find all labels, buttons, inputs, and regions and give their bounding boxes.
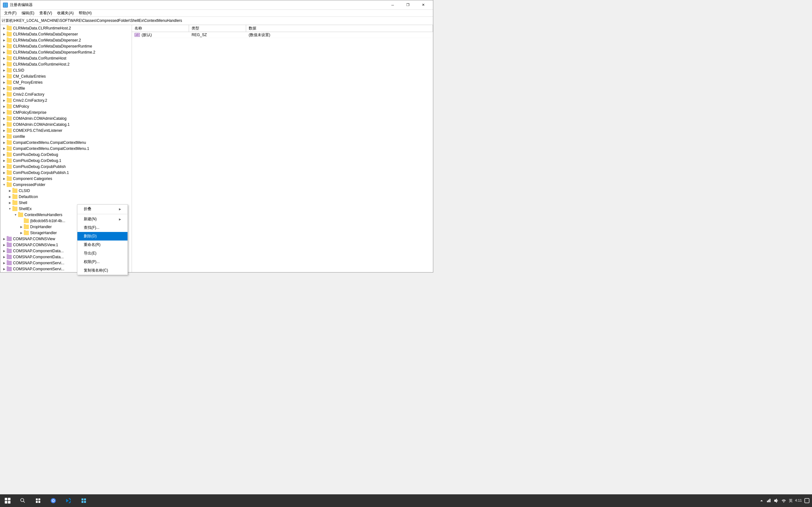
- tree-item[interactable]: ▶ ComPlusDebug.CorpubPublish: [0, 164, 132, 170]
- tree-label: CM_CellularEntries: [13, 74, 46, 78]
- menu-edit[interactable]: 编辑(E): [19, 10, 37, 16]
- menu-favorites[interactable]: 收藏夹(A): [55, 10, 76, 16]
- tree-item[interactable]: ▶ CM_ProxyEntries: [0, 79, 132, 85]
- tree-item[interactable]: ▶ COMEXPS.CTrkEvntListener: [0, 127, 132, 133]
- col-header-data[interactable]: 数据: [246, 25, 433, 32]
- expand-arrow: ▶: [19, 224, 24, 229]
- context-menu-item-export[interactable]: 导出(E): [78, 249, 128, 258]
- context-menu-item-permissions[interactable]: 权限(P)...: [78, 258, 128, 266]
- tree-item[interactable]: ▶ COMAdmin.COMAdminCatalog.1: [0, 121, 132, 127]
- context-menu-item-new[interactable]: 新建(N) ▶: [78, 215, 128, 223]
- tree-item[interactable]: ▶ ComPlusDebug.CorDebug.1: [0, 158, 132, 164]
- tree-label: DefaultIcon: [19, 194, 38, 199]
- main-content: ▶ CLRMetaData.CLRRuntimeHost.2 ▶ CLRMeta…: [0, 25, 433, 272]
- tree-item[interactable]: ▶ CLRMetaData.CorMetaDataDispenserRuntim…: [0, 49, 132, 55]
- svg-rect-1: [6, 3, 7, 5]
- tree-item[interactable]: ▶ CLRMetaData.CorMetaDataDispenser: [0, 31, 132, 37]
- tree-item[interactable]: ▶ CMPolicyEnterprise: [0, 109, 132, 115]
- tree-label: Component Categories: [13, 176, 52, 181]
- context-menu-item-rename[interactable]: 重命名(R): [78, 240, 128, 249]
- expand-arrow: ▶: [2, 158, 7, 163]
- expand-arrow: ▶: [2, 104, 7, 109]
- tree-label: StorageHandler: [30, 231, 57, 235]
- tree-item[interactable]: ▶ comfile: [0, 133, 132, 139]
- tree-item[interactable]: ▶ CLRMetaData.CLRRuntimeHost.2: [0, 25, 132, 31]
- expand-arrow: ▶: [2, 176, 7, 181]
- detail-row-default[interactable]: ab (默认) REG_SZ (数值未设置): [132, 32, 433, 38]
- folder-icon: [7, 56, 12, 60]
- tree-item[interactable]: ▶ ComPlusDebug.CorDebug: [0, 152, 132, 158]
- tree-item[interactable]: ▶ Component Categories: [0, 176, 132, 181]
- folder-icon: [7, 68, 12, 72]
- tree-label: CompressedFolder: [13, 182, 45, 187]
- context-menu-item-find[interactable]: 查找(F)...: [78, 223, 128, 232]
- expand-arrow: ▶: [19, 230, 24, 235]
- context-menu-item-copy-name[interactable]: 复制项名称(C): [78, 266, 128, 273]
- col-header-name[interactable]: 名称: [132, 25, 189, 32]
- menu-view[interactable]: 查看(V): [37, 10, 55, 16]
- expand-arrow: ▼: [7, 206, 12, 211]
- tree-item[interactable]: ▶ CLSID: [0, 67, 132, 73]
- context-menu-label: 导出(E): [84, 250, 96, 256]
- window-controls: ─ ❐ ✕: [386, 0, 430, 10]
- folder-icon: [7, 98, 12, 103]
- restore-button[interactable]: ❐: [401, 0, 415, 10]
- tree-item[interactable]: ▶ COMAdmin.COMAdminCatalog: [0, 115, 132, 121]
- tree-item[interactable]: ▶ ComPlusDebug.CorpubPublish.1: [0, 170, 132, 176]
- folder-icon: [7, 116, 12, 121]
- tree-item-clsid[interactable]: ▶ CLSID: [0, 187, 132, 193]
- close-button[interactable]: ✕: [416, 0, 430, 10]
- folder-icon: [7, 261, 12, 265]
- tree-item[interactable]: ▶ Cmiv2.CmiFactory: [0, 91, 132, 97]
- tree-item[interactable]: ▶ CompatContextMenu.CompatContextMenu: [0, 139, 132, 146]
- minimize-button[interactable]: ─: [386, 0, 400, 10]
- folder-icon: [7, 255, 12, 259]
- folder-icon: [24, 225, 29, 229]
- tree-item[interactable]: ▶ CLRMetaData.CorMetaDataDispenserRuntim…: [0, 43, 132, 49]
- expand-arrow: ▶: [2, 152, 7, 157]
- tree-item[interactable]: ▶ CMPolicy: [0, 103, 132, 109]
- folder-icon: [12, 201, 17, 205]
- submenu-arrow: ▶: [119, 208, 121, 211]
- tree-label: CompatContextMenu.CompatContextMenu: [13, 140, 86, 145]
- folder-icon: [7, 32, 12, 37]
- tree-item[interactable]: ▶ CLRMetaData.CorRuntimeHost: [0, 55, 132, 61]
- tree-label: COMSNAP.ComponentServi...: [13, 267, 64, 271]
- regtype-icon: ab: [135, 33, 140, 37]
- col-header-type[interactable]: 类型: [189, 25, 246, 32]
- expand-arrow: ▶: [2, 32, 7, 37]
- menu-help[interactable]: 帮助(H): [76, 10, 94, 16]
- folder-icon: [7, 237, 12, 241]
- expand-arrow: ▶: [2, 128, 7, 133]
- context-menu-item-collapse[interactable]: 折叠 ▶: [78, 205, 128, 213]
- context-menu-item-delete[interactable]: 删除(D): [78, 232, 128, 240]
- tree-item[interactable]: ▶ CM_CellularEntries: [0, 73, 132, 79]
- expand-arrow: ▶: [2, 146, 7, 151]
- expand-arrow: ▶: [2, 116, 7, 121]
- tree-label: Shell: [19, 201, 27, 205]
- expand-arrow: ▶: [2, 140, 7, 145]
- tree-item[interactable]: ▶ cmdfile: [0, 85, 132, 91]
- titlebar: 注册表编辑器 ─ ❐ ✕: [0, 0, 433, 10]
- context-menu: 折叠 ▶ 新建(N) ▶ 查找(F)... 删除(D) 重命名(R) 导出(E)…: [77, 205, 128, 273]
- svg-rect-2: [4, 5, 5, 7]
- col-header-type-label: 类型: [192, 26, 199, 31]
- tree-item[interactable]: ▶ CLRMetaData.CorRuntimeHost.2: [0, 61, 132, 67]
- tree-item-defaulticon[interactable]: ▶ DefaultIcon: [0, 193, 132, 200]
- expand-arrow: ▼: [2, 182, 7, 187]
- folder-icon: [7, 176, 12, 181]
- tree-item-compressedfolder[interactable]: ▼ CompressedFolder: [0, 181, 132, 187]
- expand-arrow: ▶: [2, 242, 7, 247]
- menu-file[interactable]: 文件(F): [2, 10, 19, 16]
- col-header-data-label: 数据: [249, 26, 256, 31]
- tree-item[interactable]: ▶ CompatContextMenu.CompatContextMenu.1: [0, 146, 132, 152]
- tree-label: CMPolicy: [13, 104, 29, 109]
- tree-label: {b8cdcb65-b1bf-4b...: [30, 219, 65, 223]
- svg-rect-0: [4, 3, 5, 5]
- folder-icon: [7, 164, 12, 169]
- folder-icon: [7, 267, 12, 271]
- folder-icon: [12, 188, 17, 193]
- tree-item[interactable]: ▶ Cmiv2.CmiFactory.2: [0, 97, 132, 103]
- tree-label: ComPlusDebug.CorDebug.1: [13, 158, 61, 163]
- tree-item[interactable]: ▶ CLRMetaData.CorMetaDataDispenser.2: [0, 37, 132, 43]
